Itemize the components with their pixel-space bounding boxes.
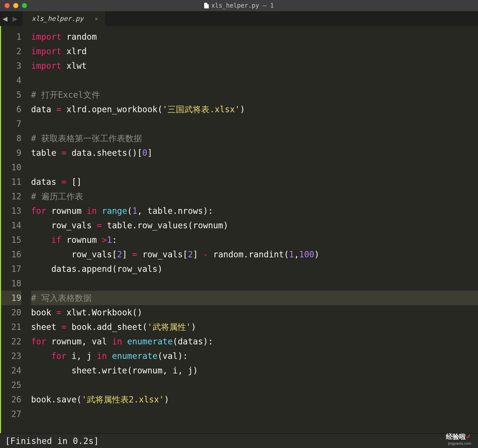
watermark: 经验啦✓ jingyanla.com <box>446 432 471 445</box>
window-title-text: xls_helper.py — 1 <box>211 2 274 9</box>
tab-file[interactable]: xls_helper.py × <box>23 11 105 26</box>
tab-file-label: xls_helper.py <box>32 15 84 22</box>
watermark-check-icon: ✓ <box>466 433 471 440</box>
minimize-window-button[interactable] <box>13 3 18 8</box>
title-bar: xls_helper.py — 1 <box>0 0 478 11</box>
window-title: xls_helper.py — 1 <box>204 2 274 9</box>
line-number-gutter: 1234567891011121314151617181920212223242… <box>0 26 26 433</box>
code-content[interactable]: import randomimport xlrdimport xlwt# 打开E… <box>26 26 478 433</box>
file-icon <box>204 3 209 8</box>
watermark-logo: 经验啦✓ <box>446 432 471 441</box>
close-window-button[interactable] <box>5 3 10 8</box>
nav-back-button[interactable]: ◀ <box>0 14 10 23</box>
build-output-panel: [Finished in 0.2s] <box>0 433 478 448</box>
tab-bar: ◀ ▶ xls_helper.py × <box>0 11 478 26</box>
tab-close-button[interactable]: × <box>95 16 98 22</box>
traffic-lights <box>0 3 27 8</box>
watermark-url: jingyanla.com <box>446 441 471 445</box>
code-editor[interactable]: 1234567891011121314151617181920212223242… <box>0 26 478 433</box>
build-output-text: [Finished in 0.2s] <box>5 436 99 446</box>
nav-forward-button[interactable]: ▶ <box>10 14 20 23</box>
watermark-cn: 经验啦 <box>446 433 466 440</box>
fullscreen-window-button[interactable] <box>22 3 27 8</box>
